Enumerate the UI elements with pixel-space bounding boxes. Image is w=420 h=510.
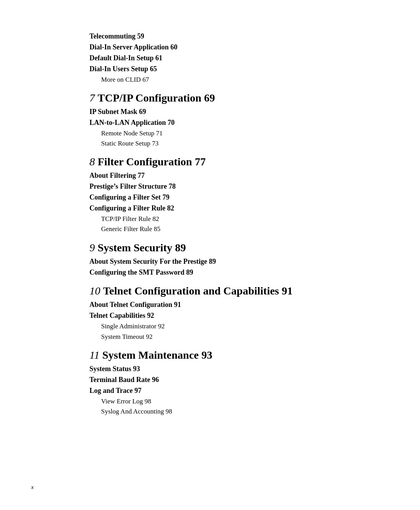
chapter-8-title: Filter Configuration 77	[98, 156, 206, 168]
chapter-9-heading: 9 System Security 89	[89, 242, 350, 254]
chapter-11-heading: 11 System Maintenance 93	[89, 349, 350, 361]
entry-about-telnet-config: About Telnet Configuration 91	[89, 300, 350, 310]
entry-view-error-log: View Error Log 98	[101, 396, 350, 407]
page-content: Telecommuting 59 Dial-In Server Applicat…	[70, 31, 350, 417]
top-entries-section: Telecommuting 59 Dial-In Server Applicat…	[89, 31, 350, 85]
chapter-10-title: Telnet Configuration and Capabilities 91	[103, 285, 292, 297]
entry-dialin-users: Dial-In Users Setup 65	[89, 64, 350, 75]
chapter-7-num: 7	[89, 92, 98, 104]
entry-configuring-filter-rule: Configuring a Filter Rule 82	[89, 203, 350, 214]
chapter-9-entries: About System Security For the Prestige 8…	[89, 256, 350, 278]
entry-configuring-filter-set: Configuring a Filter Set 79	[89, 192, 350, 203]
entry-more-clid: More on CLID 67	[101, 75, 350, 85]
entry-syslog-accounting: Syslog And Accounting 98	[101, 407, 350, 417]
entry-system-timeout: System Timeout 92	[101, 332, 350, 342]
chapter-11-entries: System Status 93 Terminal Baud Rate 96 L…	[89, 364, 350, 417]
chapter-9-title: System Security 89	[98, 242, 186, 254]
chapter-7-entries: IP Subnet Mask 69 LAN-to-LAN Application…	[89, 107, 350, 149]
chapter-7-section: 7 TCP/IP Configuration 69 IP Subnet Mask…	[78, 92, 350, 149]
entry-about-filtering: About Filtering 77	[89, 170, 350, 181]
chapter-8-section: 8 Filter Configuration 77 About Filterin…	[78, 156, 350, 234]
entry-ip-subnet: IP Subnet Mask 69	[89, 107, 350, 117]
entry-system-status: System Status 93	[89, 364, 350, 375]
entry-telnet-capabilities: Telnet Capabilities 92	[89, 310, 350, 321]
chapter-8-num: 8	[89, 156, 98, 168]
chapter-11-section: 11 System Maintenance 93 System Status 9…	[78, 349, 350, 417]
entry-log-and-trace: Log and Trace 97	[89, 386, 350, 396]
entry-about-system-security: About System Security For the Prestige 8…	[89, 256, 350, 267]
entry-static-route: Static Route Setup 73	[101, 138, 350, 149]
chapter-8-entries: About Filtering 77 Prestige’s Filter Str…	[89, 170, 350, 234]
chapter-10-heading: 10 Telnet Configuration and Capabilities…	[89, 285, 350, 297]
entry-tcpip-filter-rule: TCP/IP Filter Rule 82	[101, 214, 350, 224]
entry-default-dialin: Default Dial-In Setup 61	[89, 53, 350, 64]
chapter-10-num: 10	[89, 285, 103, 297]
chapter-10-entries: About Telnet Configuration 91 Telnet Cap…	[89, 300, 350, 342]
chapter-9-section: 9 System Security 89 About System Securi…	[78, 242, 350, 278]
chapter-7-title: TCP/IP Configuration 69	[98, 92, 215, 104]
entry-lan-lan: LAN-to-LAN Application 70	[89, 117, 350, 128]
chapter-8-heading: 8 Filter Configuration 77	[89, 156, 350, 168]
entry-terminal-baud-rate: Terminal Baud Rate 96	[89, 375, 350, 386]
footer-page-number: x	[31, 484, 34, 491]
entry-remote-node: Remote Node Setup 71	[101, 128, 350, 138]
entry-dialin-server: Dial-In Server Application 60	[89, 42, 350, 53]
chapter-11-title: System Maintenance 93	[102, 349, 212, 361]
entry-configuring-smt-password: Configuring the SMT Password 89	[89, 267, 350, 278]
chapter-9-num: 9	[89, 242, 98, 254]
chapter-11-num: 11	[89, 349, 102, 361]
entry-telecommuting: Telecommuting 59	[89, 31, 350, 42]
chapter-7-heading: 7 TCP/IP Configuration 69	[89, 92, 350, 104]
entry-prestige-filter-structure: Prestige’s Filter Structure 78	[89, 181, 350, 192]
entry-generic-filter-rule: Generic Filter Rule 85	[101, 224, 350, 234]
chapter-10-section: 10 Telnet Configuration and Capabilities…	[78, 285, 350, 342]
entry-single-administrator: Single Administrator 92	[101, 321, 350, 331]
